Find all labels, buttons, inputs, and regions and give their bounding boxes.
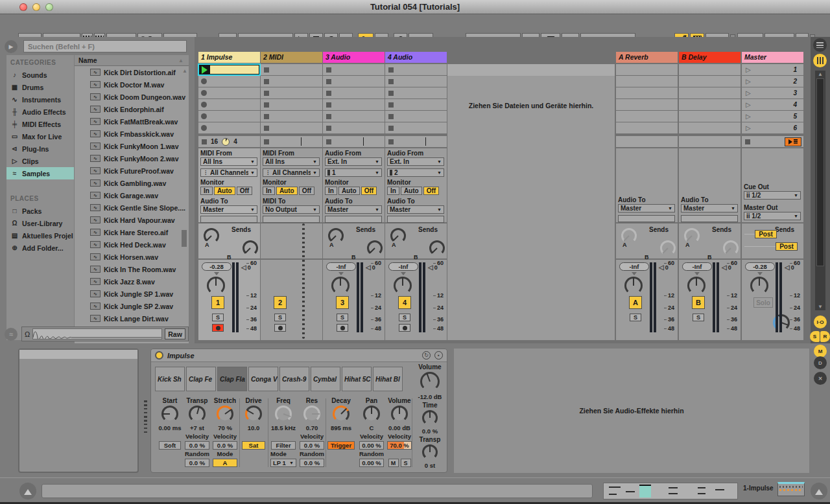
clip-slot[interactable] bbox=[385, 64, 447, 75]
clip-slot[interactable] bbox=[385, 122, 447, 133]
track-title[interactable]: 2 MIDI bbox=[261, 52, 322, 63]
stop-all-clips-square[interactable] bbox=[745, 139, 750, 144]
slot-record-icon[interactable] bbox=[201, 78, 207, 84]
impulse-pad[interactable]: Conga V bbox=[248, 367, 278, 391]
param-value[interactable]: 0.00 ms bbox=[156, 424, 184, 433]
send-b-post-button[interactable]: Post bbox=[776, 242, 798, 251]
monitor-auto-button[interactable]: Auto bbox=[401, 187, 422, 195]
sample-file-row[interactable]: ∿ Kick Jungle SP 1.wav bbox=[75, 288, 189, 300]
slot-stop-icon[interactable] bbox=[388, 91, 394, 96]
solo-button[interactable]: S bbox=[399, 314, 410, 321]
monitor-auto-button[interactable]: Auto bbox=[338, 187, 360, 195]
track-title[interactable]: B Delay bbox=[679, 52, 741, 63]
monitor-off-button[interactable]: Off bbox=[299, 187, 314, 195]
info-view-toggle[interactable] bbox=[19, 483, 36, 499]
param-value[interactable]: 0.70 bbox=[298, 424, 326, 433]
send-b-knob[interactable] bbox=[660, 240, 676, 256]
track-activator-button[interactable]: 1 bbox=[211, 296, 224, 309]
global-volume-value[interactable]: -12.0 dB bbox=[414, 393, 445, 402]
global-time-knob[interactable] bbox=[422, 410, 438, 426]
sample-file-row[interactable]: ∿ Kick Hard Vapour.wav bbox=[75, 214, 189, 226]
arm-record-button[interactable] bbox=[212, 324, 224, 332]
track-activator-button[interactable]: B bbox=[692, 296, 705, 309]
clip[interactable] bbox=[210, 65, 259, 74]
param-value[interactable]: 895 ms bbox=[327, 424, 355, 433]
slot-stop-icon[interactable] bbox=[264, 126, 269, 131]
slot-record-icon[interactable] bbox=[201, 125, 207, 131]
sample-file-row[interactable]: ∿ Kick Jungle SP 2.wav bbox=[75, 300, 189, 312]
slot-stop-icon[interactable] bbox=[388, 102, 394, 108]
slot-stop-icon[interactable] bbox=[264, 91, 269, 96]
scene-slot[interactable]: ▷ 5 bbox=[742, 111, 803, 122]
scene-slot[interactable]: ▷ 2 bbox=[742, 76, 803, 87]
impulse-pad[interactable]: Clap Fla bbox=[217, 367, 247, 391]
clip-slot[interactable] bbox=[198, 111, 260, 122]
velocity-field[interactable]: 0.0 % bbox=[300, 441, 324, 450]
clip-slot[interactable] bbox=[261, 122, 322, 133]
track-title[interactable]: 1 Impulse bbox=[198, 52, 260, 63]
track-activator-button[interactable]: 3 bbox=[336, 296, 349, 309]
file-list-scrollbar[interactable]: ▲ ▼ bbox=[182, 68, 187, 358]
input-channel-select[interactable]: ⋮All Channels▼ bbox=[200, 168, 257, 177]
pan-knob[interactable] bbox=[687, 277, 706, 295]
raw-preview-button[interactable]: Raw bbox=[165, 328, 185, 339]
track-activator-button[interactable]: A bbox=[629, 296, 642, 309]
output-channel-bar[interactable] bbox=[325, 216, 382, 223]
pan-knob[interactable] bbox=[750, 277, 768, 295]
transpose-knob[interactable] bbox=[189, 406, 206, 422]
clip-slot[interactable] bbox=[323, 76, 385, 87]
device-drag-handle[interactable] bbox=[144, 400, 147, 433]
track-title[interactable]: 4 Audio bbox=[385, 52, 447, 63]
velocity-field[interactable]: 0.00 % bbox=[359, 441, 384, 450]
solo-button[interactable]: S bbox=[337, 314, 348, 321]
sample-file-row[interactable]: ∿ Kick Doom Dungeon.wav bbox=[75, 91, 189, 103]
input-type-select[interactable]: All Ins▼ bbox=[263, 157, 320, 166]
drive-knob[interactable] bbox=[245, 406, 262, 422]
filter-freq-knob[interactable] bbox=[275, 406, 292, 422]
waveform-preview[interactable] bbox=[32, 328, 162, 339]
browser-category-item[interactable]: ╪ MIDI Effects bbox=[6, 118, 74, 130]
global-volume-knob[interactable] bbox=[420, 372, 440, 391]
track-activator-button[interactable]: 4 bbox=[398, 296, 411, 309]
monitor-in-button[interactable]: In bbox=[200, 187, 213, 195]
detail-view-toggle[interactable] bbox=[811, 483, 827, 499]
velocity-field[interactable]: 0.0 % bbox=[213, 441, 237, 450]
impulse-pad[interactable]: Cymbal bbox=[311, 367, 340, 391]
sample-file-row[interactable]: ∿ Kick Dirt Distortion.aif bbox=[75, 66, 189, 78]
soft-button[interactable]: Soft bbox=[159, 441, 181, 450]
output-select[interactable]: Master▼ bbox=[200, 205, 257, 214]
global-transpose-knob[interactable] bbox=[422, 444, 438, 460]
pan-knob[interactable] bbox=[207, 277, 225, 295]
clip-slot[interactable] bbox=[323, 99, 385, 110]
monitor-in-button[interactable]: In bbox=[325, 187, 337, 195]
param-value[interactable]: 18.5 kHz bbox=[269, 424, 298, 433]
sample-file-row[interactable]: ∿ Kick Gambling.wav bbox=[75, 177, 189, 189]
slot-stop-icon[interactable] bbox=[326, 126, 331, 131]
decay-knob[interactable] bbox=[333, 406, 350, 422]
scrollbar-thumb[interactable] bbox=[816, 78, 824, 266]
clip-slot[interactable] bbox=[385, 111, 447, 122]
browser-category-item[interactable]: ▭ Max for Live bbox=[6, 130, 74, 143]
slot-stop-icon[interactable] bbox=[264, 79, 269, 84]
input-channel-select[interactable]: ⋮All Channels▼ bbox=[263, 168, 320, 177]
slot-stop-icon[interactable] bbox=[264, 67, 269, 73]
show-sends-toggle[interactable]: S bbox=[810, 331, 820, 342]
overview-selected-device[interactable] bbox=[639, 485, 651, 498]
sample-file-row[interactable]: ∿ Kick Gentle Sine Slope.... bbox=[75, 201, 189, 214]
show-mixer-toggle[interactable]: M bbox=[814, 345, 827, 358]
device-activator-button[interactable] bbox=[155, 351, 163, 360]
monitor-auto-button[interactable]: Auto bbox=[276, 187, 298, 195]
clip-slot[interactable] bbox=[261, 87, 322, 98]
clip-slot[interactable] bbox=[261, 64, 322, 75]
monitor-off-button[interactable]: Off bbox=[423, 187, 439, 195]
monitor-off-button[interactable]: Off bbox=[237, 187, 252, 195]
global-transp-value[interactable]: 0 st bbox=[414, 462, 445, 470]
clip-slot[interactable] bbox=[323, 87, 385, 98]
pad-mute-button[interactable]: M bbox=[388, 459, 399, 467]
slot-record-icon[interactable] bbox=[201, 102, 207, 108]
cue-out-select[interactable]: ii 1/2▼ bbox=[744, 191, 801, 200]
send-b-knob[interactable] bbox=[429, 240, 445, 256]
sample-file-row[interactable]: ∿ Kick Horsen.wav bbox=[75, 251, 189, 263]
back-to-arrangement-button[interactable] bbox=[785, 137, 801, 146]
sample-file-row[interactable]: ∿ Kick Hare Stereo.aif bbox=[75, 226, 189, 238]
